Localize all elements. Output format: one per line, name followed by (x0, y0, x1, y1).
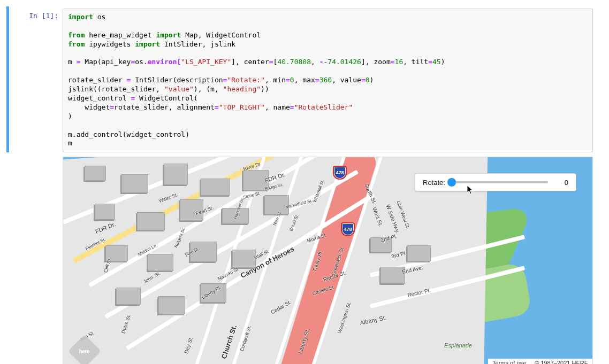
map-building (105, 245, 128, 261)
map-building (158, 296, 185, 314)
map-building (201, 283, 226, 303)
terms-of-use-link[interactable]: Terms of use (492, 360, 526, 364)
map-building (137, 212, 165, 230)
map-building (370, 237, 392, 252)
map-building (95, 204, 115, 220)
map-attribution: Terms of use © 1987–2021 HERE (488, 359, 592, 364)
map-building (380, 267, 405, 284)
rotate-slider-control: Rotate: 0 (415, 173, 576, 191)
slider-value: 0 (552, 179, 568, 187)
rotate-slider[interactable] (450, 181, 548, 183)
interstate-shield-icon: 478 (333, 166, 347, 180)
output-area-row: 478 478 Canyon of Heroes FDR Dr. FDR Dr.… (6, 157, 593, 364)
map-building (407, 245, 431, 261)
slider-label: Rotate: (423, 179, 445, 187)
map-building (148, 254, 173, 271)
map-building (264, 195, 289, 214)
copyright-text: © 1987–2021 HERE (535, 360, 588, 364)
slider-thumb[interactable] (447, 178, 456, 187)
code-editor[interactable]: import os from here_map_widget import Ma… (63, 9, 593, 152)
kw-import: import (68, 13, 93, 21)
output-prompt-spacer (6, 157, 63, 364)
input-prompt: In [1]: (9, 9, 63, 20)
map-building (121, 174, 148, 193)
park-label: Esplanade (444, 342, 472, 348)
map-building (190, 242, 217, 262)
map-building (180, 199, 203, 221)
map-building (222, 208, 249, 224)
map-building (243, 170, 269, 190)
map-building (232, 250, 256, 268)
map-building (164, 164, 188, 185)
map-building (201, 179, 230, 196)
map-building (116, 288, 141, 305)
map-building (85, 166, 106, 181)
interstate-shield-icon: 478 (341, 222, 355, 236)
here-map-widget[interactable]: 478 478 Canyon of Heroes FDR Dr. FDR Dr.… (63, 157, 593, 364)
notebook-code-cell: In [1]: import os from here_map_widget i… (6, 6, 593, 152)
